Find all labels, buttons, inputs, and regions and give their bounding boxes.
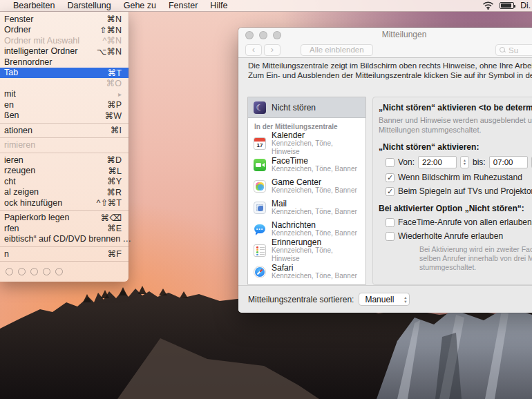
- notifications-preferences-window: Mitteilungen ‹ › Alle einblenden Su Die …: [238, 28, 532, 313]
- minimize-traffic-light[interactable]: [259, 31, 267, 39]
- menu-item-brennordner[interactable]: Brennordner: [0, 57, 129, 68]
- repeat-row: Wiederholte Anrufe erlauben: [386, 231, 532, 241]
- tags-row: [0, 264, 129, 277]
- menu-item-komprimieren: rimieren: [0, 140, 129, 151]
- menu-item-neuer-ordner[interactable]: Ordner⇧⌘N: [0, 25, 129, 36]
- sidebar-item-safari[interactable]: SafariKennzeichen, Töne, Banner: [248, 261, 365, 282]
- tag-circle-icon[interactable]: [6, 268, 13, 275]
- menu-separator: [0, 137, 129, 138]
- option-label: Bei aktivierter Option „Nicht stören“:: [379, 204, 532, 213]
- menu-item-cd-dvd-brennen[interactable]: eibtisch“ auf CD/DVD brennen …: [0, 234, 129, 245]
- do-not-disturb-moon-icon: ☾: [254, 101, 266, 114]
- menu-hilfe[interactable]: Hilfe: [204, 1, 234, 10]
- zoom-traffic-light[interactable]: [273, 31, 281, 39]
- menu-item-intelligenter-ordner[interactable]: intelligenter Ordner⌥⌘N: [0, 46, 129, 57]
- menu-item-informationen[interactable]: ationen⌘I: [0, 125, 129, 136]
- facetime-icon: [254, 159, 266, 171]
- mail-icon: [254, 202, 266, 214]
- activate-label: „Nicht stören“ aktivieren:: [379, 142, 532, 152]
- panel-heading: „Nicht stören“ aktivieren <to be determi…: [379, 103, 532, 113]
- panel-subtext: Banner und Hinweise werden ausgeblendet …: [379, 116, 532, 135]
- menu-item-oeffnen-mit[interactable]: mit▸: [0, 89, 129, 100]
- forward-button[interactable]: ›: [264, 44, 281, 56]
- notification-center-description: Die Mitteilungszentrale zeigt im Bildsch…: [248, 61, 532, 80]
- menu-separator: [0, 153, 129, 153]
- back-button[interactable]: ‹: [245, 44, 262, 56]
- messages-icon: •••: [254, 223, 266, 235]
- menu-item-ordner-mit-auswahl: Ordner mit Auswahl^⌘N: [0, 35, 129, 46]
- sort-popup-button[interactable]: Manuell ▴▾: [359, 293, 410, 306]
- tag-circle-icon[interactable]: [55, 268, 63, 275]
- window-bottom-bar: Mitteilungszentrale sortieren: Manuell ▴…: [238, 285, 532, 313]
- menu-item-uebersicht[interactable]: cht⌘Y: [0, 176, 129, 187]
- bis-time-field[interactable]: 07:00: [489, 156, 528, 168]
- search-field[interactable]: Su: [495, 44, 532, 56]
- mirror-checkbox[interactable]: [386, 187, 395, 196]
- menu-item-auswerfen[interactable]: rfen⌘E: [0, 223, 129, 234]
- menu-item-duplizieren[interactable]: ieren⌘D: [0, 155, 129, 166]
- von-stepper[interactable]: ▴▾: [460, 156, 469, 168]
- sidebar-item-nicht-stoeren[interactable]: ☾ Nicht stören: [248, 97, 365, 118]
- sidebar-item-mail[interactable]: MailKennzeichen, Töne, Banner: [248, 197, 365, 218]
- mirror-row: Beim Spiegeln auf TVs und Projektoren: [386, 186, 532, 196]
- von-label: Von:: [398, 157, 415, 167]
- sidebar-item-kalender[interactable]: 17 KalenderKennzeichen, Töne, Hinweise: [248, 133, 365, 154]
- sleep-checkbox[interactable]: [386, 173, 395, 182]
- menu-item-zum-dock-hinzufuegen[interactable]: ock hinzufügen^⇧⌘T: [0, 197, 129, 208]
- sort-label: Mitteilungszentrale sortieren:: [248, 295, 354, 304]
- menu-separator: [0, 261, 129, 262]
- tag-circle-icon[interactable]: [18, 268, 26, 275]
- menu-separator: [0, 210, 129, 211]
- menu-item-schliessen[interactable]: ßen⌘W: [0, 110, 129, 121]
- notifications-sidebar: ☾ Nicht stören In der Mitteilungszentral…: [247, 97, 366, 285]
- facetime-checkbox[interactable]: [386, 218, 395, 227]
- menu-separator: [0, 123, 129, 124]
- menu-separator: [0, 246, 129, 247]
- menu-fenster[interactable]: Fenster: [162, 1, 204, 10]
- menu-item-alias-erzeugen[interactable]: rzeugen⌘L: [0, 166, 129, 177]
- wifi-icon[interactable]: [483, 1, 493, 10]
- search-text: Su: [509, 46, 518, 55]
- battery-icon[interactable]: [500, 2, 514, 9]
- sidebar-item-nachrichten[interactable]: ••• NachrichtenKennzeichen, Töne, Banner: [248, 218, 365, 240]
- menu-darstellung[interactable]: Darstellung: [61, 1, 117, 10]
- menu-bar-day[interactable]: Di.: [520, 1, 531, 10]
- menu-gehe-zu[interactable]: Gehe zu: [117, 1, 162, 10]
- menu-bearbeiten[interactable]: Bearbeiten: [7, 1, 61, 10]
- tag-circle-icon[interactable]: [43, 268, 50, 275]
- window-toolbar: ‹ › Alle einblenden: [238, 42, 532, 58]
- safari-icon: [254, 266, 266, 278]
- menu-item-suchen[interactable]: n⌘F: [0, 249, 129, 260]
- sidebar-item-facetime[interactable]: FaceTimeKennzeichen, Töne, Banner: [248, 154, 365, 175]
- close-traffic-light[interactable]: [245, 31, 254, 39]
- menu-item-neuer-tab[interactable]: Tab⌘T: [0, 68, 129, 79]
- do-not-disturb-settings-panel: „Nicht stören“ aktivieren <to be determi…: [372, 97, 532, 285]
- menu-item-oeffnen: ⌘O: [0, 78, 129, 89]
- menu-item-papierkorb[interactable]: Papierkorb legen⌘⌫: [0, 213, 129, 224]
- show-all-button[interactable]: Alle einblenden: [301, 44, 373, 56]
- sidebar-item-erinnerungen[interactable]: ErinnerungenKennzeichen, Töne, Hinweise: [248, 240, 365, 261]
- menu-item-neues-fenster[interactable]: Fenster⌘N: [0, 14, 129, 25]
- search-icon: [500, 47, 506, 53]
- repeat-calls-note: Bei Aktivierung wird ein zweiter FaceTim…: [419, 245, 532, 272]
- sidebar-item-game-center[interactable]: Game CenterKennzeichen, Töne, Banner: [248, 175, 365, 197]
- tag-circle-icon[interactable]: [30, 268, 38, 275]
- popup-chevrons-icon: ▴▾: [401, 295, 409, 303]
- von-time-field[interactable]: 22:00: [418, 156, 457, 168]
- calendar-icon: 17: [254, 137, 266, 150]
- schedule-checkbox[interactable]: [386, 158, 395, 167]
- bis-label: bis:: [473, 157, 486, 167]
- menu-item-drucken[interactable]: en⌘P: [0, 99, 129, 110]
- repeat-checkbox[interactable]: [386, 232, 395, 241]
- finder-file-menu: Fenster⌘N Ordner⇧⌘N Ordner mit Auswahl^⌘…: [0, 12, 129, 282]
- menu-bar-menus: Bearbeiten Darstellung Gehe zu Fenster H…: [0, 1, 234, 10]
- reminders-icon: [254, 244, 266, 257]
- menu-item-original-zeigen[interactable]: al zeigen⌘R: [0, 187, 129, 198]
- menu-bar: Bearbeiten Darstellung Gehe zu Fenster H…: [0, 0, 532, 12]
- sleep-row: Wenn Bildschirm im Ruhezustand: [386, 173, 532, 182]
- schedule-row: Von: 22:00 ▴▾ bis: 07:00 ▴▾: [386, 156, 532, 168]
- submenu-arrow-icon: ▸: [118, 90, 122, 98]
- window-title: Mitteilungen: [238, 28, 532, 42]
- menu-bar-status: Di.: [483, 1, 532, 10]
- window-titlebar[interactable]: Mitteilungen: [238, 28, 532, 42]
